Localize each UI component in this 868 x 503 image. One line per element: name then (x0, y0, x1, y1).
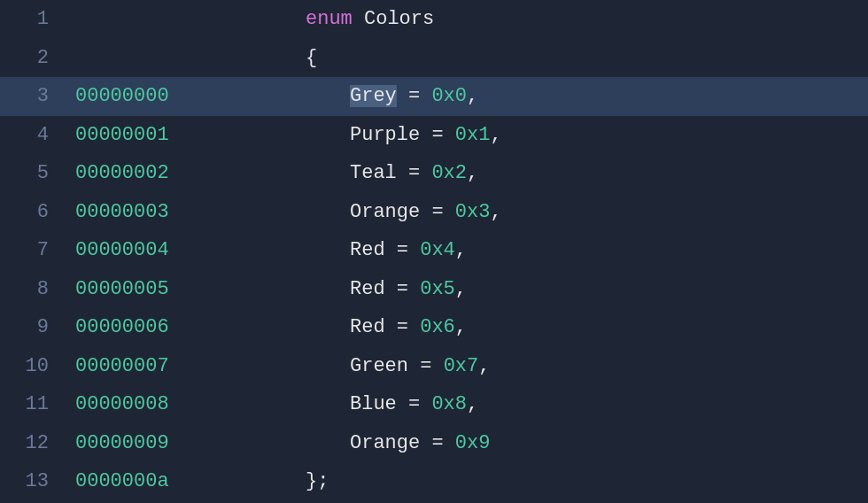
code-token: , (467, 162, 478, 184)
code-token: 0x6 (420, 316, 455, 338)
line-number: 12 (0, 432, 66, 454)
code-line: 130000000a}; (0, 462, 868, 501)
code-token: Teal (350, 162, 397, 184)
code-token: = (397, 162, 432, 184)
code-token: Orange (350, 432, 420, 454)
line-code: Orange = 0x9 (235, 432, 868, 454)
code-token: 0x9 (455, 432, 491, 454)
code-token: , (478, 355, 490, 377)
line-number: 6 (0, 201, 66, 223)
code-line: 400000001Purple = 0x1, (0, 116, 868, 155)
line-address: 00000000 (66, 85, 235, 107)
code-token: Red (350, 316, 385, 338)
code-token: Grey (350, 85, 397, 107)
code-token: Red (350, 239, 385, 261)
line-address: 00000003 (66, 201, 235, 223)
code-token: Blue (350, 393, 397, 415)
code-token: = (397, 85, 432, 107)
code-line: 300000000Grey = 0x0, (0, 77, 868, 116)
code-line: 1100000008Blue = 0x8, (0, 385, 868, 424)
code-line: 500000002Teal = 0x2, (0, 154, 868, 193)
code-line: 2{ (0, 39, 868, 78)
code-token: 0x7 (444, 355, 479, 377)
line-address: 00000004 (66, 239, 235, 261)
line-code: Red = 0x6, (235, 316, 868, 338)
code-token: , (490, 201, 501, 223)
code-token: , (467, 85, 478, 107)
code-token: Colors (364, 8, 434, 30)
code-token: = (385, 316, 421, 338)
line-code: Red = 0x4, (235, 239, 868, 261)
line-number: 13 (0, 470, 66, 492)
code-token: = (420, 201, 455, 223)
line-address: 00000006 (66, 316, 235, 338)
code-token: = (385, 278, 421, 300)
code-line: 900000006Red = 0x6, (0, 308, 868, 347)
code-token: = (385, 239, 421, 261)
code-line: 600000003Orange = 0x3, (0, 193, 868, 232)
code-token: = (397, 393, 432, 415)
code-token: = (420, 432, 455, 454)
code-line: 800000005Red = 0x5, (0, 270, 868, 309)
code-token: , (490, 124, 501, 146)
line-number: 2 (0, 47, 66, 69)
line-code: Green = 0x7, (235, 355, 868, 377)
line-address: 00000007 (66, 355, 235, 377)
line-code: }; (235, 470, 868, 492)
line-address: 00000009 (66, 432, 235, 454)
code-token: 0x8 (431, 393, 467, 415)
line-code: Purple = 0x1, (235, 124, 868, 146)
line-number: 3 (0, 85, 66, 107)
code-editor: 1enum Colors2{300000000Grey = 0x0,400000… (0, 0, 868, 503)
code-token: 0x2 (431, 162, 467, 184)
code-line: 1enum Colors (0, 0, 868, 39)
line-number: 10 (0, 355, 66, 377)
line-code: enum Colors (235, 8, 868, 30)
code-token: = (420, 124, 455, 146)
code-token: 0x3 (455, 201, 491, 223)
code-token: 0x0 (431, 85, 467, 107)
line-number: 7 (0, 239, 66, 261)
line-address: 00000008 (66, 393, 235, 415)
line-code: Red = 0x5, (235, 278, 868, 300)
line-number: 1 (0, 8, 66, 30)
code-token: Orange (350, 201, 420, 223)
code-token: Green (350, 355, 408, 377)
code-token: Red (350, 278, 385, 300)
line-code: Blue = 0x8, (235, 393, 868, 415)
code-token: , (455, 278, 467, 300)
code-token: , (467, 393, 478, 415)
line-code: Grey = 0x0, (235, 85, 868, 107)
code-token: Purple (350, 124, 420, 146)
code-token: { (306, 47, 317, 69)
line-code: Orange = 0x3, (235, 201, 868, 223)
line-number: 5 (0, 162, 66, 184)
code-token: , (455, 316, 467, 338)
line-number: 11 (0, 393, 66, 415)
code-line: 1200000009Orange = 0x9 (0, 424, 868, 463)
line-number: 8 (0, 278, 66, 300)
code-token: , (455, 239, 467, 261)
code-token: }; (306, 470, 329, 492)
code-token: = (408, 355, 444, 377)
code-token: 0x5 (420, 278, 455, 300)
line-address: 00000002 (66, 162, 235, 184)
code-line: 1000000007Green = 0x7, (0, 347, 868, 386)
line-address: 00000001 (66, 124, 235, 146)
code-token: 0x4 (420, 239, 455, 261)
line-address: 0000000a (66, 470, 235, 492)
line-code: Teal = 0x2, (235, 162, 868, 184)
line-code: { (235, 47, 868, 69)
code-token: enum (306, 8, 364, 30)
line-number: 4 (0, 124, 66, 146)
line-number: 9 (0, 316, 66, 338)
code-token: 0x1 (455, 124, 491, 146)
line-address: 00000005 (66, 278, 235, 300)
code-line: 700000004Red = 0x4, (0, 231, 868, 270)
